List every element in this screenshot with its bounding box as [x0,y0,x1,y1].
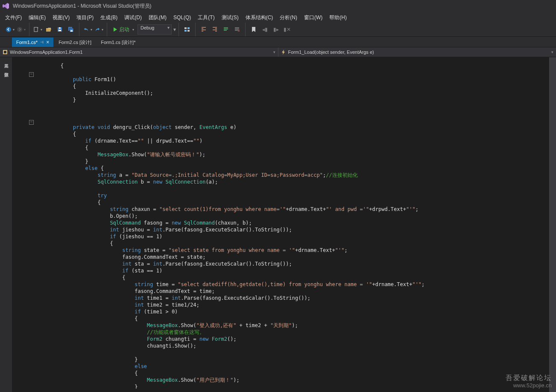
menu-tools[interactable]: 工具(T) [194,13,218,22]
clear-bookmarks-icon[interactable]: ▮✕ [282,25,292,34]
bookmark-icon[interactable] [249,25,258,34]
svg-rect-11 [184,30,187,32]
menu-help[interactable]: 帮助(H) [326,13,350,22]
vs-logo-icon [3,3,9,9]
nav-forward-icon[interactable]: ▾ [16,25,26,34]
new-item-icon[interactable]: ▾ [33,25,42,34]
menu-test[interactable]: 测试(S) [218,13,242,22]
class-icon [3,50,8,55]
menu-build[interactable]: 生成(B) [97,13,121,22]
menu-team[interactable]: 团队(M) [145,13,170,22]
indent-left-icon[interactable] [199,25,208,34]
comment-icon[interactable] [221,25,231,34]
start-label: 启动 [119,26,129,33]
svg-rect-9 [184,27,187,29]
member-scope-label: Form1_Load(object sender, EventArgs e) [288,50,374,55]
side-tabwell: 工具箱 数据源 [0,57,12,392]
start-debug-button[interactable]: 启动 ▾ [111,24,137,35]
menu-edit[interactable]: 编辑(E) [25,13,49,22]
svg-rect-12 [187,30,190,32]
code-nav-bar: WindowsFormsApplication1.Form1 ▾ Form1_L… [0,47,556,57]
config-select[interactable]: Debug [138,24,172,35]
undo-icon[interactable]: ▾ [83,25,92,34]
open-file-icon[interactable] [44,25,53,34]
code-area[interactable]: { public Form1() { InitializeComponent()… [33,62,549,389]
menu-view[interactable]: 视图(V) [49,13,73,22]
save-icon[interactable] [55,25,64,34]
next-bookmark-icon[interactable]: ▮▸ [271,25,281,34]
prev-bookmark-icon[interactable]: ◂▮ [260,25,269,34]
window-titlebar: WindowsFormsApplication1 - Microsoft Vis… [0,0,556,12]
redo-icon[interactable]: ▾ [94,25,103,34]
svg-point-1 [17,27,22,32]
menu-analyze[interactable]: 分析(N) [276,13,301,22]
menu-window[interactable]: 窗口(W) [301,13,326,22]
menu-file[interactable]: 文件(F) [2,13,25,22]
svg-rect-14 [4,51,6,53]
main-toolbar: ▾ ▾ ▾ ▾ ▾ 启动 ▾ Debug ▾ ◂▮ ▮▸ ▮✕ [0,23,556,37]
vertical-scrollbar[interactable] [549,57,556,392]
tab-form2-design[interactable]: Form2.cs [设计] [54,38,96,47]
menu-project[interactable]: 项目(P) [73,13,97,22]
pin-icon[interactable]: ⊣ [40,40,44,44]
svg-rect-5 [59,27,61,29]
close-icon[interactable]: × [46,39,49,45]
member-scope-select[interactable]: Form1_Load(object sender, EventArgs e) ▾ [278,47,556,57]
tab-label: Form1.cs [设计]* [101,39,135,46]
indent-right-icon[interactable] [210,25,219,34]
type-scope-select[interactable]: WindowsFormsApplication1.Form1 ▾ [0,47,278,57]
lightning-icon [281,50,286,55]
tab-form1cs[interactable]: Form1.cs* ⊣ × [12,38,53,47]
svg-rect-4 [59,30,61,31]
editor-gutter: −− [12,57,33,392]
menu-arch[interactable]: 体系结构(C) [242,13,277,22]
solution-explorer-icon[interactable] [182,25,192,34]
code-editor[interactable]: −− { public Form1() { InitializeComponen… [12,57,556,392]
svg-rect-2 [34,27,38,32]
tab-label: Form2.cs [设计] [59,39,91,46]
menu-bar: 文件(F) 编辑(E) 视图(V) 项目(P) 生成(B) 调试(D) 团队(M… [0,12,556,23]
menu-sql[interactable]: SQL(Q) [170,14,194,21]
tab-label: Form1.cs* [16,40,38,45]
window-title: WindowsFormsApplication1 - Microsoft Vis… [13,3,152,10]
type-scope-label: WindowsFormsApplication1.Form1 [10,50,83,55]
svg-rect-8 [70,30,73,32]
nav-back-icon[interactable]: ▾ [5,25,15,34]
editor-tabstrip: Form1.cs* ⊣ × Form2.cs [设计] Form1.cs [设计… [0,37,556,47]
side-tab-toolbox[interactable]: 工具箱 [2,59,10,62]
uncomment-icon[interactable] [232,25,242,34]
side-tab-datasource[interactable]: 数据源 [2,67,10,71]
save-all-icon[interactable] [66,25,76,34]
play-icon [113,27,117,32]
svg-rect-10 [187,27,190,29]
menu-debug[interactable]: 调试(D) [121,13,145,22]
tab-form1-design[interactable]: Form1.cs [设计]* [97,38,140,47]
svg-point-0 [6,27,11,32]
